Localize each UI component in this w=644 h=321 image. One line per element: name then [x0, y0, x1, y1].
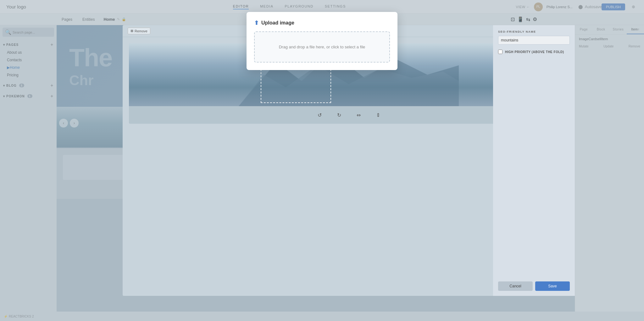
high-priority-checkbox[interactable]: [498, 50, 502, 54]
flip-horizontal-button[interactable]: ⇔: [353, 110, 364, 120]
rotate-right-button[interactable]: ↻: [334, 110, 344, 120]
flip-vertical-button[interactable]: ⇕: [373, 110, 383, 120]
remove-icon: ⊠: [130, 29, 133, 33]
high-priority-row: HIGH PRIORITY (ABOVE THE FOLD): [498, 50, 570, 54]
seo-panel: SEO-FRIENDLY NAME HIGH PRIORITY (ABOVE T…: [493, 25, 575, 296]
cancel-button[interactable]: Cancel: [498, 281, 533, 291]
seo-actions: Cancel Save: [498, 281, 570, 291]
seo-section-title: SEO-FRIENDLY NAME: [498, 30, 570, 33]
remove-image-button[interactable]: ⊠ Remove: [128, 28, 150, 34]
upload-dialog-title: ⬆ Upload image: [254, 19, 390, 26]
drop-zone[interactable]: Drag and drop a file here, or click to s…: [254, 31, 390, 63]
alt-text-input[interactable]: [498, 36, 570, 45]
upload-icon: ⬆: [254, 19, 259, 26]
upload-dialog: ⬆ Upload image Drag and drop a file here…: [247, 12, 397, 70]
save-button[interactable]: Save: [535, 281, 570, 291]
high-priority-label: HIGH PRIORITY (ABOVE THE FOLD): [505, 50, 564, 54]
rotate-left-button[interactable]: ↺: [314, 110, 325, 120]
